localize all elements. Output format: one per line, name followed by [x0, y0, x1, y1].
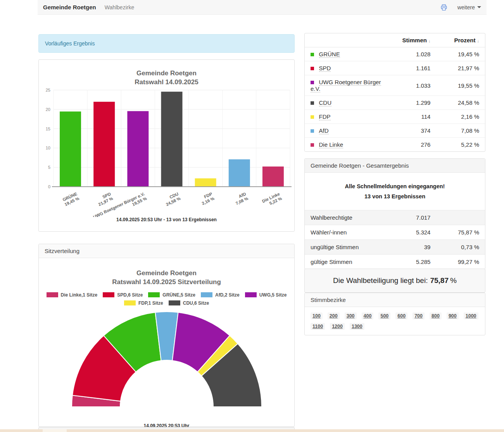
party-color-square	[311, 81, 314, 84]
bar-chart-title-line2: Ratswahl 14.09.2025	[39, 78, 294, 87]
weitere-dropdown[interactable]: weitere	[457, 4, 481, 10]
seat-distribution-card: Sitzverteilung Gemeinde Roetgen Ratswahl…	[38, 244, 295, 427]
legend-item-UWG[interactable]: UWG,5 Sitze	[245, 292, 287, 298]
bottom-strip	[0, 429, 504, 432]
bar-UWG Roetgener Bürger e.V.[interactable]	[127, 111, 148, 187]
legend-label: UWG,5 Sitze	[259, 292, 287, 298]
district-link-300[interactable]: 300	[345, 312, 357, 319]
bar-FDP[interactable]	[195, 178, 216, 187]
total-value: 39	[388, 240, 437, 255]
bar-GRÜNE[interactable]	[60, 111, 81, 187]
totals-table: Wahlberechtigte7.017Wähler/-innen5.32475…	[305, 210, 485, 269]
x-axis-label: FDP2,16 %	[199, 191, 215, 206]
party-link-FDP[interactable]: FDP	[319, 113, 331, 120]
votes-value: 1.299	[388, 96, 437, 110]
bar-SPD[interactable]	[93, 102, 115, 187]
turnout-suffix: %	[450, 276, 457, 285]
percent-header-label: Prozent	[454, 37, 475, 43]
total-label: Wahlberechtigte	[305, 210, 388, 225]
nav-brand-gemeinde-roetgen[interactable]: Gemeinde Roetgen	[43, 4, 96, 10]
bar-CDU[interactable]	[161, 92, 183, 187]
y-axis-tick: 25	[46, 88, 50, 92]
district-link-700[interactable]: 700	[413, 312, 425, 319]
page-root: Gemeinde Roetgen Wahlbezirke weitere Vor…	[0, 0, 504, 432]
districts-header: Stimmbezirke	[305, 293, 485, 307]
percent-value: 19,55 %	[436, 75, 485, 96]
bar-chart-card: Gemeinde Roetgen Ratswahl 14.09.2025 051…	[38, 59, 295, 232]
nav-link-wahlbezirke[interactable]: Wahlbezirke	[105, 4, 135, 10]
party-link-SPD[interactable]: SPD	[319, 65, 331, 72]
votes-value: 276	[388, 138, 437, 152]
total-result-header: Gemeinde Roetgen - Gesamtergebnis	[305, 159, 485, 173]
votes-value: 114	[388, 110, 437, 124]
district-link-600[interactable]: 600	[395, 312, 407, 319]
total-value: 7.017	[388, 210, 437, 225]
seat-panel-header: Sitzverteilung	[39, 244, 294, 258]
sort-down-icon[interactable]: ↓	[428, 38, 431, 43]
district-link-800[interactable]: 800	[430, 312, 442, 319]
percent-column-header[interactable]: Prozent↓	[436, 33, 485, 47]
seat-chart-title-line1: Gemeinde Roetgen	[39, 269, 294, 278]
district-link-1200[interactable]: 1200	[330, 323, 345, 330]
percent-value: 5,22 %	[436, 138, 485, 152]
district-link-900[interactable]: 900	[447, 312, 459, 319]
legend-swatch	[245, 292, 257, 297]
quick-report-line2: 13 von 13 Ergebnissen	[309, 191, 481, 201]
district-link-400[interactable]: 400	[362, 312, 374, 319]
sort-down-icon[interactable]: ↓	[477, 38, 480, 43]
legend-item-CDU[interactable]: CDU,6 Sitze	[169, 300, 209, 306]
weitere-label: weitere	[457, 4, 475, 10]
district-link-1300[interactable]: 1300	[350, 323, 364, 330]
bar-chart-footer: 14.09.2025 20:53 Uhr - 13 von 13 Ergebni…	[39, 217, 294, 222]
legend-item-SPD[interactable]: SPD,6 Sitze	[103, 292, 143, 298]
table-row-AfD: AfD3747,08 %	[305, 124, 485, 138]
total-row-Wähler/-innen: Wähler/-innen5.32475,87 %	[305, 225, 485, 240]
total-row-Wahlberechtigte: Wahlberechtigte7.017	[305, 210, 485, 225]
district-link-1000[interactable]: 1000	[464, 312, 478, 319]
district-link-200[interactable]: 200	[328, 312, 340, 319]
seat-chart-title-line2: Ratswahl 14.09.2025 Sitzverteilung	[39, 278, 294, 287]
legend-item-AfD[interactable]: AfD,2 Sitze	[201, 292, 240, 298]
district-link-500[interactable]: 500	[378, 312, 390, 319]
bar-AfD[interactable]	[229, 159, 250, 187]
legend-label: FDP,1 Sitze	[138, 300, 163, 306]
percent-value: 2,16 %	[436, 110, 485, 124]
district-link-1100[interactable]: 1100	[311, 323, 325, 330]
x-axis-label: Die Linke5,22 %	[261, 191, 283, 208]
bar-chart-title-line1: Gemeinde Roetgen	[39, 69, 294, 78]
votes-column-header[interactable]: Stimmen↓	[388, 33, 437, 47]
chevron-down-icon	[477, 6, 481, 8]
party-link-GRÜNE[interactable]: GRÜNE	[319, 51, 340, 58]
total-percent: 0,73 %	[436, 240, 485, 255]
table-row-FDP: FDP1142,16 %	[305, 110, 485, 124]
preliminary-result-label: Vorläufiges Ergebnis	[45, 40, 95, 47]
votes-value: 374	[388, 124, 437, 138]
preliminary-result-banner: Vorläufiges Ergebnis	[38, 34, 295, 53]
party-column-header	[305, 33, 388, 47]
legend-label: GRÜNE,5 Sitze	[162, 292, 195, 298]
party-color-square	[311, 67, 314, 70]
table-row-UWG Roetgener Bürger e.V.: UWG Roetgener Bürger e.V.1.03319,55 %	[305, 75, 485, 96]
party-link-AfD[interactable]: AfD	[319, 127, 329, 134]
printer-icon[interactable]	[440, 4, 447, 11]
party-link-Die Linke[interactable]: Die Linke	[319, 141, 343, 148]
district-link-100[interactable]: 100	[311, 312, 323, 319]
party-color-square	[311, 53, 314, 56]
quick-report-message: Alle Schnellmeldungen eingegangen! 13 vo…	[305, 173, 485, 210]
legend-item-FDP[interactable]: FDP,1 Sitze	[124, 300, 163, 306]
legend-item-Die Linke[interactable]: Die Linke,1 Sitze	[47, 292, 98, 298]
legend-swatch	[169, 300, 180, 305]
table-row-SPD: SPD1.16121,97 %	[305, 61, 485, 75]
total-row-ungültige Stimmen: ungültige Stimmen390,73 %	[305, 240, 485, 255]
votes-value: 1.161	[388, 61, 437, 75]
votes-header-label: Stimmen	[402, 37, 427, 43]
party-link-CDU[interactable]: CDU	[319, 99, 332, 106]
seat-chart-legend: Die Linke,1 SitzeSPD,6 SitzeGRÜNE,5 Sitz…	[47, 292, 287, 306]
legend-item-GRÜNE[interactable]: GRÜNE,5 Sitze	[148, 292, 195, 298]
total-percent: 75,87 %	[436, 225, 485, 240]
party-link-UWG Roetgener Bürger e.V.[interactable]: UWG Roetgener Bürger e.V.	[311, 79, 381, 92]
party-color-square	[311, 143, 314, 147]
percent-value: 19,45 %	[436, 47, 485, 61]
nav-right-group: weitere	[440, 4, 481, 11]
bar-Die Linke[interactable]	[262, 167, 284, 187]
